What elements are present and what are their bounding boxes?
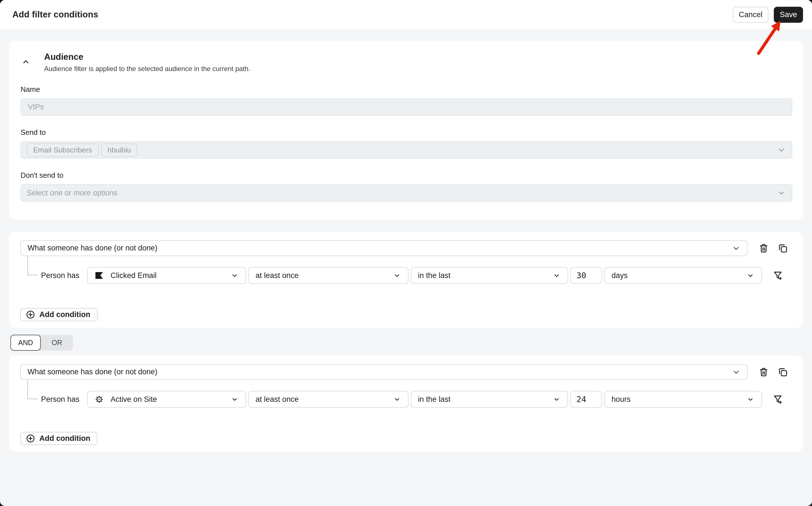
audience-section: Audience Audience filter is applied to t…	[9, 41, 803, 220]
chevron-down-icon	[777, 189, 786, 197]
event-select[interactable]: Clicked Email	[87, 267, 246, 284]
subject-label: Person has	[41, 395, 79, 404]
send-to-input[interactable]: Email Subscribers hbuibiu	[20, 141, 792, 159]
branch-connector	[27, 256, 38, 275]
add-condition-button[interactable]: Add condition	[20, 308, 97, 321]
send-to-tag[interactable]: Email Subscribers	[27, 144, 99, 157]
chevron-down-icon	[393, 271, 401, 280]
condition-type-select[interactable]: What someone has done (or not done)	[20, 364, 748, 380]
condition-row: Person has Active on Site at least once	[20, 391, 789, 408]
event-select[interactable]: Active on Site	[87, 391, 246, 408]
condition-card-2: What someone has done (or not done) Pers…	[9, 355, 803, 451]
timeframe-select[interactable]: in the last	[411, 267, 568, 284]
name-label: Name	[20, 85, 792, 94]
chevron-down-icon	[393, 395, 401, 404]
delete-condition-button[interactable]	[758, 366, 769, 378]
unit-select[interactable]: hours	[604, 391, 762, 408]
filter-plus-icon	[773, 394, 783, 405]
add-filter-button[interactable]	[772, 394, 784, 405]
unit-select[interactable]: days	[604, 267, 762, 284]
condition-card-1: What someone has done (or not done) Pers…	[9, 232, 803, 328]
condition-type-select[interactable]: What someone has done (or not done)	[20, 240, 748, 256]
dialog-content: Audience Audience filter is applied to t…	[0, 41, 812, 451]
dont-send-to-input[interactable]: Select one or more options	[20, 184, 792, 201]
copy-icon	[778, 367, 788, 377]
filter-plus-icon	[773, 270, 783, 281]
plus-circle-icon	[26, 434, 35, 443]
subject-label: Person has	[41, 271, 79, 280]
dont-send-to-placeholder: Select one or more options	[27, 189, 118, 197]
frequency-select[interactable]: at least once	[248, 267, 409, 284]
condition-row: Person has Clicked Email at least once i…	[20, 267, 789, 284]
logic-toggle: AND OR	[10, 335, 73, 351]
chevron-down-icon	[746, 271, 755, 280]
audience-header: Audience Audience filter is applied to t…	[20, 52, 792, 73]
duplicate-condition-button[interactable]	[777, 366, 789, 378]
header-bar: Add filter conditions Cancel Save	[0, 0, 812, 29]
gear-icon	[94, 395, 104, 404]
logic-and-button[interactable]: AND	[10, 335, 41, 351]
audience-title: Audience	[44, 52, 250, 62]
send-to-label: Send to	[20, 128, 792, 137]
copy-icon	[778, 243, 788, 254]
page-title: Add filter conditions	[12, 10, 733, 20]
amount-input[interactable]	[570, 391, 602, 408]
save-button[interactable]: Save	[774, 7, 803, 23]
plus-circle-icon	[26, 310, 35, 319]
chevron-down-icon	[732, 368, 740, 376]
audience-subtitle: Audience filter is applied to the select…	[44, 65, 250, 73]
trash-icon	[758, 367, 769, 377]
add-filter-button[interactable]	[772, 270, 784, 281]
add-condition-button[interactable]: Add condition	[20, 432, 97, 445]
name-input[interactable]	[20, 98, 792, 116]
collapse-section-button[interactable]	[21, 57, 30, 67]
chevron-down-icon	[552, 395, 561, 404]
duplicate-condition-button[interactable]	[777, 242, 789, 254]
branch-connector	[27, 380, 38, 399]
chevron-down-icon	[732, 244, 740, 252]
dont-send-to-label: Don't send to	[20, 171, 792, 180]
chevron-up-icon	[22, 58, 30, 66]
chevron-down-icon	[777, 146, 786, 154]
frequency-select[interactable]: at least once	[248, 391, 409, 408]
filter-conditions-dialog: Add filter conditions Cancel Save Audien…	[0, 0, 812, 506]
delete-condition-button[interactable]	[758, 242, 769, 254]
amount-input[interactable]	[570, 267, 602, 284]
chevron-down-icon	[230, 271, 239, 280]
trash-icon	[758, 243, 769, 254]
chevron-down-icon	[552, 271, 561, 280]
flag-icon	[94, 271, 104, 280]
timeframe-select[interactable]: in the last	[411, 391, 568, 408]
chevron-down-icon	[746, 395, 755, 404]
send-to-tag[interactable]: hbuibiu	[101, 144, 138, 157]
chevron-down-icon	[230, 395, 239, 404]
cancel-button[interactable]: Cancel	[733, 7, 768, 23]
logic-or-button[interactable]: OR	[41, 335, 73, 351]
